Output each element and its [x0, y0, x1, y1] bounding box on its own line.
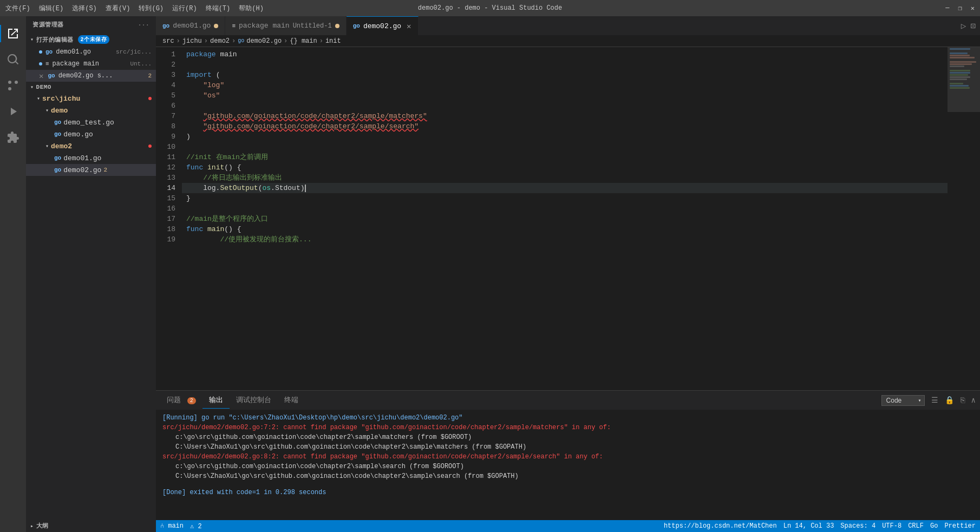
file-name: demo02.go s... — [58, 72, 145, 80]
menu-bar[interactable]: 文件(F) 编辑(E) 选择(S) 查看(V) 转到(G) 运行(R) 终端(T… — [5, 4, 264, 13]
modified-dot — [39, 62, 42, 65]
split-editor-icon[interactable]: ⊡ — [970, 21, 976, 31]
menu-edit[interactable]: 编辑(E) — [39, 4, 64, 13]
close-button[interactable]: ✕ — [971, 4, 975, 12]
menu-goto[interactable]: 转到(G) — [139, 4, 164, 13]
tab-demo02[interactable]: go demo02.go ✕ — [347, 16, 419, 35]
panel-tab-terminal[interactable]: 终端 — [278, 392, 305, 409]
tab-demo01[interactable]: go demo01.go — [156, 16, 225, 35]
outline-header[interactable]: 大纲 — [26, 520, 156, 532]
sidebar-header: 资源管理器 ··· — [26, 16, 156, 33]
go-icon: go — [54, 131, 61, 137]
go-icon: go — [54, 119, 61, 126]
open-editors-header[interactable]: 打开的编辑器 2个未保存 — [26, 33, 156, 46]
status-branch[interactable]: ⑃ main — [160, 522, 184, 530]
panel-tab-debug[interactable]: 调试控制台 — [230, 392, 278, 409]
breadcrumb-src[interactable]: src — [162, 37, 174, 45]
panel-tab-problems[interactable]: 问题 2 — [160, 392, 202, 409]
activity-extensions[interactable] — [0, 124, 26, 150]
error-dot — [148, 97, 152, 100]
demo-title: DEMO — [36, 84, 51, 90]
outline-section: 大纲 — [26, 520, 156, 532]
go-icon: go — [54, 167, 61, 173]
sidebar-more-icon[interactable]: ··· — [138, 22, 149, 28]
status-bar: ⑃ main ⚠ 2 https://blog.csdn.net/MatChen… — [156, 520, 980, 532]
file-label: demo.go — [63, 130, 93, 139]
minimize-button[interactable]: — — [945, 4, 949, 12]
file-label: demo01.go — [63, 154, 101, 162]
status-formatter[interactable]: Prettier — [944, 522, 976, 530]
tab-untitled[interactable]: ≡ package main Untitled-1 — [225, 16, 346, 35]
eq-icon: ≡ — [232, 23, 236, 29]
tab-label: demo01.go — [173, 22, 211, 30]
status-eol[interactable]: CRLF — [908, 522, 924, 530]
tab-label: demo02.go — [363, 22, 401, 30]
titlebar: 文件(F) 编辑(E) 选择(S) 查看(V) 转到(G) 运行(R) 终端(T… — [0, 0, 980, 16]
tree-src-jichu[interactable]: src\jichu — [26, 93, 156, 104]
panel-collapse-icon[interactable]: ∧ — [971, 396, 976, 405]
status-spaces[interactable]: Spaces: 4 — [840, 522, 876, 530]
tab-label: package main — [239, 22, 290, 30]
activity-source-control[interactable] — [0, 73, 26, 98]
tree-demo02-go[interactable]: go demo02.go 2 — [26, 164, 156, 176]
tree-demo01-go[interactable]: go demo01.go — [26, 152, 156, 164]
breadcrumb-demo2[interactable]: demo2 — [210, 37, 230, 45]
menu-terminal[interactable]: 终端(T) — [206, 4, 231, 13]
panel-content: [Running] go run "c:\Users\ZhaoXu1\Deskt… — [156, 410, 980, 520]
panel-tab-bar: 问题 2 输出 调试控制台 终端 Code — [156, 391, 980, 410]
open-file-demo01[interactable]: go demo01.go src/jic... — [26, 46, 156, 58]
menu-file[interactable]: 文件(F) — [5, 4, 30, 13]
menu-view[interactable]: 查看(V) — [106, 4, 130, 13]
editor: 12345678910111213141516171819 package ma… — [156, 47, 980, 390]
panel-lock-icon[interactable]: 🔒 — [945, 396, 954, 405]
file-name: demo01.go — [56, 48, 113, 56]
breadcrumb-init[interactable]: init — [325, 37, 341, 45]
file-path: src/jic... — [116, 49, 152, 55]
tree-demo[interactable]: demo — [26, 104, 156, 116]
menu-select[interactable]: 选择(S) — [72, 4, 97, 13]
open-file-demo02[interactable]: ✕ go demo02.go s... 2 — [26, 70, 156, 82]
explorer-tree: DEMO src\jichu demo go demo_test.go go d… — [26, 82, 156, 176]
folder-name: demo2 — [51, 142, 72, 150]
output-filter-select[interactable]: Code — [881, 395, 925, 406]
folder-name: src\jichu — [42, 95, 80, 103]
panel-copy-icon[interactable]: ⎘ — [961, 396, 965, 405]
content-area: go demo01.go ≡ package main Untitled-1 g… — [156, 16, 980, 532]
status-position[interactable]: Ln 14, Col 33 — [783, 522, 834, 530]
minimap — [948, 47, 980, 390]
unsaved-badge: 2个未保存 — [78, 35, 110, 44]
breadcrumb-file[interactable]: demo02.go — [246, 37, 282, 45]
menu-help[interactable]: 帮助(H) — [239, 4, 264, 13]
window-controls[interactable]: — ❐ ✕ — [945, 4, 975, 12]
code-content[interactable]: package mainimport ( "log" "os" "github.… — [182, 47, 948, 390]
activity-run[interactable] — [0, 98, 26, 124]
panel-tab-output[interactable]: 输出 — [202, 392, 230, 409]
breadcrumb-sep: › — [232, 37, 236, 45]
sidebar: 资源管理器 ··· 打开的编辑器 2个未保存 go demo01.go src/… — [26, 16, 156, 532]
breadcrumb-sep: › — [319, 37, 323, 45]
panel: 问题 2 输出 调试控制台 终端 Code — [156, 390, 980, 520]
tree-demo-test-go[interactable]: go demo_test.go — [26, 116, 156, 128]
panel-list-icon[interactable]: ☰ — [931, 396, 938, 405]
status-encoding[interactable]: UTF-8 — [882, 522, 901, 530]
breadcrumb-jichu[interactable]: jichu — [182, 37, 202, 45]
tree-demo2[interactable]: demo2 — [26, 140, 156, 152]
status-language[interactable]: Go — [930, 522, 938, 530]
open-editors-section: 打开的编辑器 2个未保存 go demo01.go src/jic... ≡ p… — [26, 33, 156, 82]
go-file-icon: go — [48, 73, 55, 79]
tree-demo-go[interactable]: go demo.go — [26, 128, 156, 140]
activity-explorer[interactable] — [0, 21, 26, 47]
menu-run[interactable]: 运行(R) — [172, 4, 197, 13]
close-icon[interactable]: ✕ — [407, 22, 411, 31]
demo-section-header[interactable]: DEMO — [26, 82, 156, 93]
line-numbers: 12345678910111213141516171819 — [156, 47, 182, 390]
svg-point-0 — [8, 87, 11, 90]
maximize-button[interactable]: ❐ — [958, 4, 962, 12]
breadcrumb-main[interactable]: {} main — [290, 37, 317, 45]
activity-search[interactable] — [0, 47, 26, 73]
open-file-untitled[interactable]: ≡ package main Unt... — [26, 58, 156, 70]
close-icon[interactable]: ✕ — [39, 71, 43, 81]
status-errors[interactable]: ⚠ 2 — [190, 522, 202, 530]
run-icon[interactable]: ▷ — [961, 21, 966, 31]
folder-chevron — [45, 107, 49, 114]
